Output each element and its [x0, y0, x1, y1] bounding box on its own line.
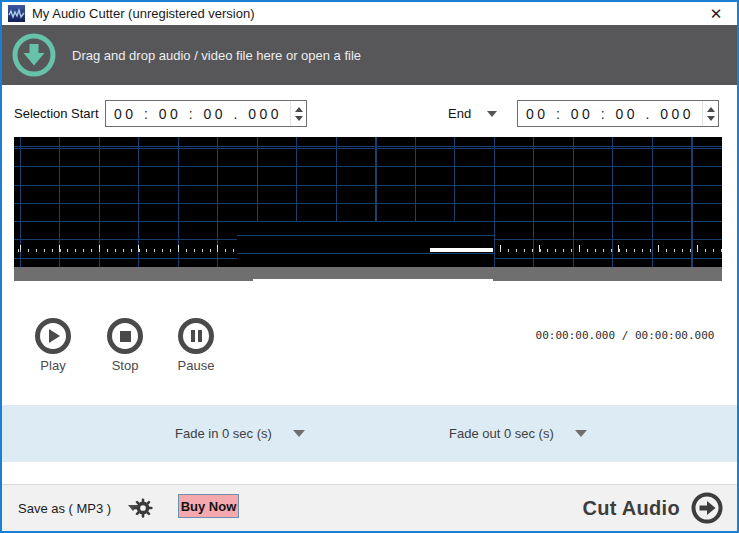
stop-control: Stop [102, 318, 148, 373]
settings-button[interactable] [132, 485, 154, 531]
stop-icon [120, 331, 131, 342]
waveform-grid-patch [237, 222, 494, 267]
end-spinner [702, 101, 718, 126]
chevron-down-icon [575, 430, 587, 437]
pause-control: Pause [173, 318, 219, 373]
start-spinner [290, 101, 306, 126]
close-icon: ✕ [710, 5, 723, 23]
file-dropzone[interactable]: Drag and drop audio / video file here or… [2, 25, 737, 85]
spinner-up-icon[interactable] [295, 107, 303, 112]
time-display: 00:00:00.000 / 00:00:00.000 [530, 329, 720, 342]
titlebar: My Audio Cutter (unregistered version) ✕ [2, 2, 737, 25]
cut-audio-label: Cut Audio [583, 497, 681, 520]
app-window: My Audio Cutter (unregistered version) ✕… [0, 0, 739, 533]
stop-button[interactable] [107, 318, 143, 354]
dropzone-text: Drag and drop audio / video file here or… [72, 48, 361, 63]
spinner-up-icon[interactable] [707, 107, 715, 112]
time-ruler-right [494, 246, 722, 253]
play-control: Play [30, 318, 76, 373]
end-dropdown[interactable]: End [448, 100, 497, 127]
close-button[interactable]: ✕ [701, 2, 731, 25]
pause-label: Pause [178, 358, 215, 373]
play-button[interactable] [35, 318, 71, 354]
fade-out-dropdown[interactable]: Fade out 0 sec (s) [449, 405, 587, 462]
end-label: End [448, 106, 471, 121]
scrollbar-notch [253, 279, 493, 281]
waveform-scrollbar[interactable] [14, 267, 722, 281]
cut-audio-button[interactable]: Cut Audio [583, 485, 724, 531]
fade-out-label: Fade out 0 sec (s) [449, 426, 554, 441]
stop-label: Stop [112, 358, 139, 373]
pause-button[interactable] [178, 318, 214, 354]
waveform-logo-icon [8, 5, 25, 22]
fade-in-label: Fade in 0 sec (s) [175, 426, 272, 441]
save-as-dropdown[interactable]: Save as ( MP3 ) [18, 485, 138, 531]
waveform-display[interactable] [14, 137, 722, 267]
chevron-down-icon [293, 430, 305, 437]
fade-panel: Fade in 0 sec (s) Fade out 0 sec (s) [2, 405, 737, 462]
selection-start-input[interactable]: 00 : 00 : 00 . 000 [105, 100, 307, 127]
pause-icon [191, 330, 202, 342]
waveform-panel [14, 137, 722, 281]
spinner-down-icon[interactable] [707, 116, 715, 121]
gear-icon [132, 497, 154, 519]
fade-in-dropdown[interactable]: Fade in 0 sec (s) [175, 405, 305, 462]
buy-now-button[interactable]: Buy Now [178, 494, 239, 518]
selection-start-label: Selection Start [14, 100, 99, 127]
selection-start-value: 00 : 00 : 00 . 000 [106, 106, 290, 122]
save-as-label: Save as ( MP3 ) [18, 501, 111, 516]
app-icon [8, 5, 25, 22]
play-label: Play [40, 358, 65, 373]
chevron-down-icon [487, 111, 497, 117]
play-icon [49, 329, 60, 343]
position-thumb[interactable] [430, 248, 493, 252]
selection-end-value: 00 : 00 : 00 . 000 [518, 106, 702, 122]
window-title: My Audio Cutter (unregistered version) [32, 6, 255, 21]
arrow-right-icon [691, 492, 723, 524]
download-icon [12, 33, 56, 77]
spinner-down-icon[interactable] [295, 116, 303, 121]
time-ruler-left [14, 246, 237, 253]
selection-end-input[interactable]: 00 : 00 : 00 . 000 [517, 100, 719, 127]
footer-bar: Save as ( MP3 ) Buy Now Cut Audio [2, 484, 737, 531]
